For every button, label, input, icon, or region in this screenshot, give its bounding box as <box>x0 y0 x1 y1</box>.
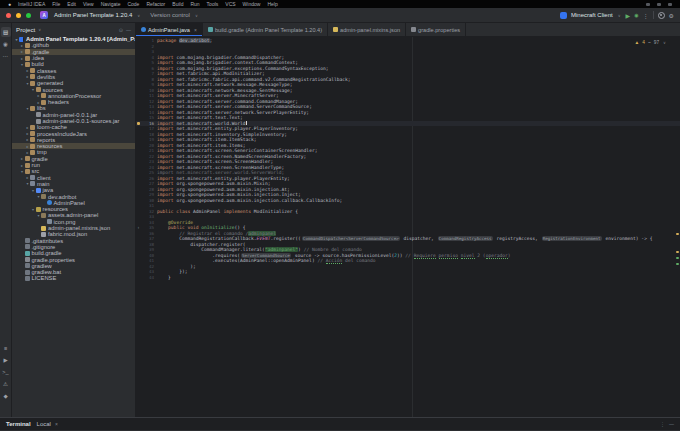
code-token: import <box>157 176 176 181</box>
tree-chevron-icon[interactable]: ▾ <box>31 188 36 193</box>
tree-item-label: .idea <box>32 55 45 61</box>
zoom-window-button[interactable] <box>26 13 31 18</box>
typo-icon: ~ <box>648 40 651 45</box>
more-tools-tool-icon[interactable]: ⋯ <box>1 51 11 61</box>
editor-tab[interactable]: admin-panel.mixins.json <box>328 23 406 36</box>
minimize-window-button[interactable] <box>16 13 21 18</box>
tree-chevron-icon[interactable]: ▾ <box>20 62 25 67</box>
menu-item[interactable]: Build <box>172 1 183 7</box>
structure-tool-icon[interactable]: ≡ <box>1 343 11 353</box>
code-editor[interactable]: 1package dev.adribot;234import com.mojan… <box>136 37 680 417</box>
services-tool-icon[interactable]: ▶ <box>1 355 11 365</box>
code-token: import <box>157 159 176 164</box>
project-icon: A <box>40 11 48 19</box>
menu-item[interactable]: IntelliJ IDEA <box>18 1 45 7</box>
code-token: AdminPanel <box>193 209 223 214</box>
code-token: org.spongepowered.asm.mixin.Mixin; <box>176 181 270 186</box>
menu-item[interactable]: Help <box>267 1 277 7</box>
intention-bulb-icon[interactable] <box>137 122 141 126</box>
code-token: () { <box>234 225 245 230</box>
tree-item[interactable]: ▾Admin Panel Template 1.20.4 [Admin_Pane… <box>12 36 135 42</box>
code-token: import <box>157 71 176 76</box>
code-token: dispatcher.register( <box>157 242 246 247</box>
terminal-panel-title[interactable]: Terminal <box>6 421 31 427</box>
project-tool-window: Project ∨ ⊙ — ▾Admin Panel Template 1.20… <box>12 23 136 417</box>
menu-item[interactable]: VCS <box>225 1 235 7</box>
code-token: registryAccess, <box>494 236 541 241</box>
warning-count: 4 <box>642 40 645 45</box>
folder-icon <box>30 137 35 142</box>
run-button[interactable]: ▶ <box>626 12 631 19</box>
inspections-widget[interactable]: ▲ 4 ~ 97 ∨ <box>631 39 670 46</box>
menu-item[interactable]: Edit <box>67 1 76 7</box>
tree-item[interactable]: LICENSE <box>12 275 135 281</box>
battery-icon[interactable] <box>657 3 661 6</box>
project-tool-icon[interactable]: ▤ <box>1 27 11 37</box>
hide-panel-icon[interactable]: — <box>126 27 131 33</box>
close-icon[interactable]: × <box>194 27 197 33</box>
tree-chevron-icon[interactable]: ▸ <box>20 49 25 54</box>
project-selector[interactable]: Admin Panel Template 1.20.4 <box>54 12 132 18</box>
code-token: import <box>157 126 176 131</box>
debug-button[interactable]: ◉ <box>634 12 638 18</box>
terminal-tab-local[interactable]: Local × <box>37 421 58 427</box>
editor-scrollbar[interactable] <box>674 37 680 417</box>
menu-item[interactable]: Code <box>127 1 139 7</box>
tree-chevron-icon[interactable]: ▾ <box>31 87 36 92</box>
control-center-icon[interactable] <box>668 3 672 6</box>
project-panel-title[interactable]: Project <box>16 26 35 33</box>
code-token: import net.minecraft.server.world.Server… <box>157 170 284 175</box>
close-icon[interactable]: × <box>55 421 58 427</box>
tree-item-label: src <box>32 168 40 174</box>
menu-item[interactable]: View <box>83 1 94 7</box>
menu-item[interactable]: Window <box>243 1 261 7</box>
locate-file-icon[interactable]: ⊙ <box>119 27 123 33</box>
code-token: "adminpanel" <box>265 247 298 252</box>
editor-tab[interactable]: AdminPanel.java× <box>136 23 203 36</box>
code-token: import <box>157 165 176 170</box>
tree-chevron-icon[interactable]: ▸ <box>20 156 25 161</box>
tree-chevron-icon[interactable]: ▾ <box>31 207 36 212</box>
code-line[interactable]: 44 } <box>136 275 680 281</box>
code-token: Requiere <box>414 253 436 259</box>
apple-logo-icon[interactable]: ● <box>8 1 11 7</box>
terminal-tool-icon[interactable]: >_ <box>1 367 11 377</box>
code-token: permiso <box>439 253 458 259</box>
tree-item-label: main <box>37 181 50 187</box>
tree-chevron-icon[interactable]: ▸ <box>20 56 25 61</box>
more-actions-button[interactable]: ⋮ <box>643 12 649 19</box>
menu-item[interactable]: Tools <box>207 1 219 7</box>
menu-item[interactable]: File <box>52 1 60 7</box>
terminal-panel: Terminal Local × ⋮ — /Users/adriansanche… <box>0 417 680 431</box>
src-folder-icon <box>36 188 41 193</box>
avatar[interactable] <box>658 12 665 19</box>
vcs-widget[interactable]: Version control <box>150 12 190 18</box>
folder-icon <box>30 144 35 149</box>
tree-chevron-icon[interactable]: ▾ <box>20 169 25 174</box>
tree-chevron-icon[interactable]: ▸ <box>20 43 25 48</box>
run-config-selector[interactable]: Minecraft Client <box>571 12 613 18</box>
tree-chevron-icon[interactable]: ▸ <box>20 163 25 168</box>
hide-panel-icon[interactable]: — <box>669 421 674 427</box>
problems-tool-icon[interactable]: ⚠ <box>1 379 11 389</box>
module-icon <box>30 175 35 180</box>
close-window-button[interactable] <box>6 13 11 18</box>
wifi-icon[interactable] <box>646 3 650 6</box>
code-token: import <box>157 55 176 60</box>
tab-label: build.gradle (Admin Panel Template 1.20.… <box>215 27 322 33</box>
version-control-tool-icon[interactable]: ◆ <box>1 391 11 401</box>
class-icon <box>47 200 52 205</box>
file-icon <box>25 238 30 243</box>
menu-item[interactable]: Navigate <box>101 1 121 7</box>
settings-gear-icon[interactable]: ⚙ <box>669 12 674 19</box>
editor-tab[interactable]: gradle.properties <box>406 23 466 36</box>
menu-item[interactable]: Refactor <box>146 1 165 7</box>
tree-item-label: admin-panel-0.0.1-sources.jar <box>43 118 120 124</box>
editor-tab[interactable]: build.gradle (Admin Panel Template 1.20.… <box>203 23 328 36</box>
more-options-icon[interactable]: ⋮ <box>660 421 665 427</box>
code-token: net.minecraft.server.command.CommandMana… <box>176 99 298 104</box>
menu-item[interactable]: Run <box>190 1 199 7</box>
commit-tool-icon[interactable]: ◉ <box>1 39 11 49</box>
code-token: import <box>157 154 176 159</box>
line-number[interactable]: 44 <box>141 275 157 281</box>
